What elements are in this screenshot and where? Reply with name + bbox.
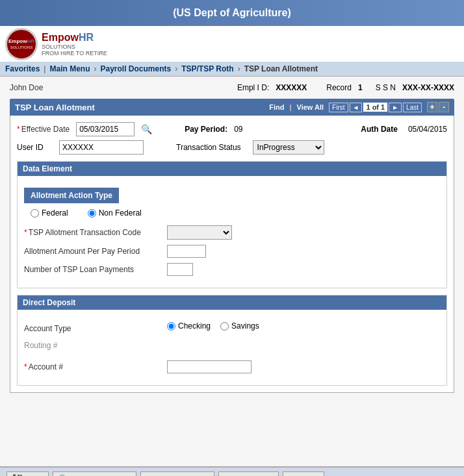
header-title: (US Dept of Agriculture)	[173, 7, 291, 19]
allotment-radio-row: Federal Non Federal	[24, 208, 440, 218]
non-federal-radio[interactable]	[88, 209, 96, 218]
logo-bar: EmpowHRSOLUTIONS EmpowHR SOLUTIONSFROM H…	[0, 26, 464, 62]
empl-id-value: XXXXXX	[276, 83, 307, 92]
nav-main-menu[interactable]: Main Menu	[49, 64, 90, 73]
user-info-bar: John Doe Empl I D: XXXXXX Record 1 S S N…	[10, 83, 454, 92]
record-value: 1	[358, 83, 363, 92]
savings-label: Savings	[231, 321, 259, 331]
logo-text: EmpowHR SOLUTIONSFROM HIRE TO RETIRE	[42, 32, 107, 56]
sep3: ›	[175, 64, 177, 73]
tsp-section-header: TSP Loan Allotment Find | View All First…	[10, 99, 454, 116]
pagination-controls: First ◄ 1 of 1 ► Last	[329, 103, 422, 112]
add-row-btn[interactable]: +	[427, 102, 437, 112]
allotment-box-container: Allotment Action Type Federal Non Federa…	[24, 188, 440, 218]
transaction-status-label: Transaction Status	[176, 143, 241, 152]
nav-current: TSP Loan Allotment	[244, 64, 318, 73]
return-search-button[interactable]: 🔍 Return to Search	[53, 471, 136, 476]
row-loan-payments: Number of TSP Loan Payments	[24, 263, 440, 276]
auth-date-label: Auth Date	[361, 125, 398, 134]
effective-date-input[interactable]	[76, 122, 135, 136]
next-page-btn[interactable]: ►	[389, 103, 402, 112]
direct-deposit-section: Direct Deposit Account Type Checking Sav…	[17, 295, 447, 386]
tsp-code-select[interactable]	[167, 225, 232, 240]
sep1: |	[44, 64, 45, 73]
account-label: Account #	[24, 362, 167, 371]
add-remove-controls: + -	[427, 102, 449, 112]
non-federal-radio-label[interactable]: Non Federal	[88, 208, 142, 218]
row-tsp-code: TSP Allotment Transaction Code	[24, 225, 440, 240]
logo-subtitle: SOLUTIONSFROM HIRE TO RETIRE	[42, 44, 107, 56]
data-element-header: Data Element	[18, 162, 446, 176]
pay-period-value: 09	[234, 125, 242, 134]
ssn-label: S S N	[376, 83, 396, 92]
user-name: John Doe	[10, 83, 43, 92]
row-effective-date: Effective Date 🔍 Pay Period: 09 Auth Dat…	[17, 122, 447, 136]
direct-deposit-header: Direct Deposit	[18, 295, 446, 310]
save-button[interactable]: 💾 Save	[6, 471, 49, 476]
account-type-label: Account Type	[24, 324, 167, 333]
page-header: (US Dept of Agriculture)	[0, 0, 464, 26]
user-id-input[interactable]	[59, 140, 144, 155]
header-sep: |	[289, 103, 291, 111]
row-allotment-amount: Allotment Amount Per Pay Period	[24, 245, 440, 258]
nav-tsp-roth[interactable]: TSP/TSP Roth	[181, 64, 233, 73]
auth-date-value: 05/04/2015	[408, 125, 447, 134]
sep2: ›	[94, 64, 96, 73]
sep4: ›	[238, 64, 240, 73]
pay-period-label: Pay Period:	[185, 125, 227, 134]
federal-radio[interactable]	[31, 209, 39, 218]
checking-label: Checking	[178, 321, 211, 331]
breadcrumb: Favorites | Main Menu › Payroll Document…	[0, 62, 464, 77]
main-content: John Doe Empl I D: XXXXXX Record 1 S S N…	[0, 77, 464, 466]
loan-payments-label: Number of TSP Loan Payments	[24, 265, 167, 274]
find-link[interactable]: Find	[269, 103, 284, 111]
effective-date-label: Effective Date	[17, 125, 70, 134]
header-controls: Find | View All First ◄ 1 of 1 ► Last + …	[269, 102, 449, 112]
previous-list-button[interactable]: ⊞ Previous in List	[140, 471, 214, 476]
page-indicator: 1 of 1	[363, 103, 387, 112]
row-account-type: Account Type Checking Savings	[24, 321, 440, 336]
routing-label: Routing #	[24, 341, 167, 350]
ssn-value: XXX-XX-XXXX	[402, 83, 454, 92]
checking-radio[interactable]	[167, 322, 175, 331]
allotment-action-type-header: Allotment Action Type	[24, 188, 119, 203]
next-list-button[interactable]: ⊞ Next in List	[218, 471, 278, 476]
tsp-code-label: TSP Allotment Transaction Code	[24, 228, 167, 237]
row-routing: Routing #	[24, 341, 440, 355]
data-element-body: Allotment Action Type Federal Non Federa…	[18, 181, 446, 288]
checking-radio-label[interactable]: Checking	[167, 321, 211, 331]
federal-label: Federal	[42, 208, 68, 218]
row-account: Account #	[24, 360, 440, 373]
empl-id-label: Empl I D:	[237, 83, 269, 92]
savings-radio-label[interactable]: Savings	[220, 321, 259, 331]
loan-payments-input[interactable]	[167, 263, 193, 276]
logo-brand: EmpowHR	[42, 32, 107, 44]
user-id-label: User ID	[17, 143, 53, 152]
notify-button[interactable]: ✉ Notify	[283, 471, 324, 476]
bottom-toolbar: 💾 Save 🔍 Return to Search ⊞ Previous in …	[0, 466, 464, 476]
savings-radio[interactable]	[220, 322, 229, 331]
data-element-section: Data Element Allotment Action Type Feder…	[17, 161, 447, 288]
record-label: Record	[326, 83, 352, 92]
allotment-amount-label: Allotment Amount Per Pay Period	[24, 247, 167, 256]
section-title: TSP Loan Allotment	[15, 103, 95, 112]
first-btn[interactable]: First	[329, 103, 348, 112]
direct-deposit-body: Account Type Checking Savings	[18, 315, 446, 385]
federal-radio-label[interactable]: Federal	[31, 208, 68, 218]
non-federal-label: Non Federal	[99, 208, 142, 218]
nav-favorites[interactable]: Favorites	[5, 64, 40, 73]
remove-row-btn[interactable]: -	[439, 102, 449, 112]
last-btn[interactable]: Last	[403, 103, 422, 112]
view-all-link[interactable]: View All	[297, 103, 324, 111]
prev-page-btn[interactable]: ◄	[350, 103, 363, 112]
row-user-id: User ID Transaction Status InProgress Ap…	[17, 140, 447, 155]
transaction-status-select[interactable]: InProgress Approved Rejected	[253, 140, 324, 155]
logo-icon: EmpowHRSOLUTIONS	[5, 28, 38, 60]
effective-date-search-icon[interactable]: 🔍	[141, 124, 152, 134]
allotment-amount-input[interactable]	[167, 245, 206, 258]
account-type-options: Checking Savings	[167, 321, 259, 331]
account-input[interactable]	[167, 360, 251, 373]
nav-payroll-documents[interactable]: Payroll Documents	[100, 64, 171, 73]
tsp-form: Effective Date 🔍 Pay Period: 09 Auth Dat…	[10, 116, 454, 393]
